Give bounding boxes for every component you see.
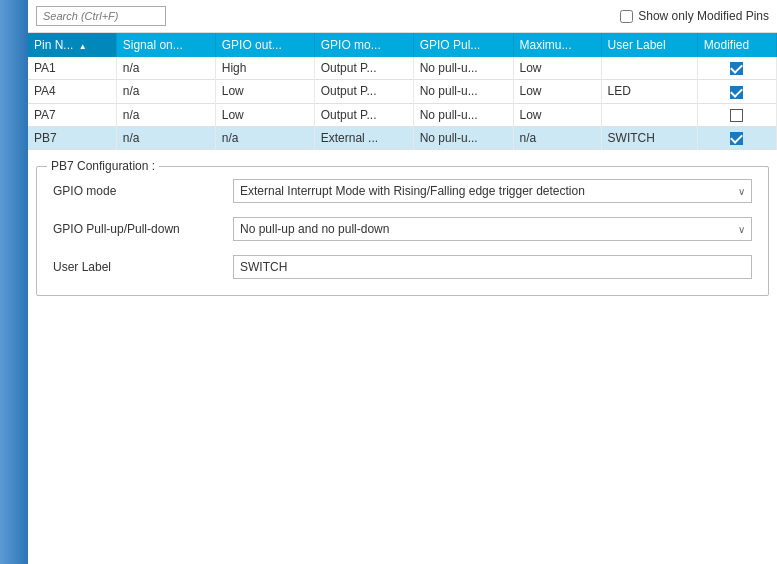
cell-modified-row2[interactable]: [697, 103, 776, 126]
cell-row2-col1: n/a: [116, 103, 215, 126]
cell-modified-row0[interactable]: [697, 57, 776, 80]
dropdown-arrow-icon: ∨: [738, 186, 745, 197]
cell-row0-col2: High: [215, 57, 314, 80]
checked-icon[interactable]: [730, 62, 743, 75]
cell-modified-row3[interactable]: [697, 126, 776, 149]
cell-row2-col5: Low: [513, 103, 601, 126]
cell-row3-col5: n/a: [513, 126, 601, 149]
col-gpio-pull[interactable]: GPIO Pul...: [413, 33, 513, 57]
cell-row3-col0: PB7: [28, 126, 116, 149]
cell-row0-col5: Low: [513, 57, 601, 80]
cell-row1-col1: n/a: [116, 80, 215, 103]
table-wrapper: Pin N... ▲ Signal on... GPIO out... GPIO…: [28, 33, 777, 150]
cell-row2-col2: Low: [215, 103, 314, 126]
config-legend: PB7 Configuration :: [47, 159, 159, 173]
col-maximum[interactable]: Maximu...: [513, 33, 601, 57]
show-modified-label: Show only Modified Pins: [638, 9, 769, 23]
cell-row2-col0: PA7: [28, 103, 116, 126]
table-row[interactable]: PB7n/an/aExternal ...No pull-u...n/aSWIT…: [28, 126, 777, 149]
dropdown-arrow-icon: ∨: [738, 224, 745, 235]
config-label-2: User Label: [53, 260, 233, 274]
col-gpio-output[interactable]: GPIO out...: [215, 33, 314, 57]
cell-row0-col0: PA1: [28, 57, 116, 80]
table-header-row: Pin N... ▲ Signal on... GPIO out... GPIO…: [28, 33, 777, 57]
config-label-0: GPIO mode: [53, 184, 233, 198]
cell-row0-col1: n/a: [116, 57, 215, 80]
search-input[interactable]: [36, 6, 166, 26]
config-row-2: User LabelSWITCH: [53, 255, 752, 279]
config-value-2[interactable]: SWITCH: [233, 255, 752, 279]
config-label-1: GPIO Pull-up/Pull-down: [53, 222, 233, 236]
checked-icon[interactable]: [730, 86, 743, 99]
config-row-1: GPIO Pull-up/Pull-downNo pull-up and no …: [53, 217, 752, 241]
cell-row1-col2: Low: [215, 80, 314, 103]
table-row[interactable]: PA1n/aHighOutput P...No pull-u...Low: [28, 57, 777, 80]
cell-row3-col4: No pull-u...: [413, 126, 513, 149]
cell-row3-col6: SWITCH: [601, 126, 697, 149]
col-pin-name[interactable]: Pin N... ▲: [28, 33, 116, 57]
col-gpio-mode[interactable]: GPIO mo...: [314, 33, 413, 57]
pin-table: Pin N... ▲ Signal on... GPIO out... GPIO…: [28, 33, 777, 150]
cell-row3-col2: n/a: [215, 126, 314, 149]
config-value-text-1: No pull-up and no pull-down: [240, 222, 389, 236]
cell-row1-col0: PA4: [28, 80, 116, 103]
sort-arrow-icon: ▲: [79, 42, 87, 51]
col-modified[interactable]: Modified: [697, 33, 776, 57]
cell-row3-col3: External ...: [314, 126, 413, 149]
col-user-label[interactable]: User Label: [601, 33, 697, 57]
cell-row3-col1: n/a: [116, 126, 215, 149]
config-value-1[interactable]: No pull-up and no pull-down∨: [233, 217, 752, 241]
cell-row0-col6: [601, 57, 697, 80]
unchecked-icon[interactable]: [730, 109, 743, 122]
toolbar: Show only Modified Pins: [28, 0, 777, 33]
cell-row0-col4: No pull-u...: [413, 57, 513, 80]
cell-row2-col3: Output P...: [314, 103, 413, 126]
config-value-0[interactable]: External Interrupt Mode with Rising/Fall…: [233, 179, 752, 203]
cell-row0-col3: Output P...: [314, 57, 413, 80]
cell-row2-col4: No pull-u...: [413, 103, 513, 126]
show-modified-checkbox[interactable]: [620, 10, 633, 23]
col-signal-on[interactable]: Signal on...: [116, 33, 215, 57]
cell-row2-col6: [601, 103, 697, 126]
cell-row1-col5: Low: [513, 80, 601, 103]
cell-row1-col3: Output P...: [314, 80, 413, 103]
config-value-text-0: External Interrupt Mode with Rising/Fall…: [240, 184, 585, 198]
table-row[interactable]: PA7n/aLowOutput P...No pull-u...Low: [28, 103, 777, 126]
config-section: PB7 Configuration : GPIO modeExternal In…: [36, 166, 769, 296]
cell-row1-col4: No pull-u...: [413, 80, 513, 103]
show-modified-container: Show only Modified Pins: [620, 9, 769, 23]
config-row-0: GPIO modeExternal Interrupt Mode with Ri…: [53, 179, 752, 203]
checked-icon[interactable]: [730, 132, 743, 145]
table-row[interactable]: PA4n/aLowOutput P...No pull-u...LowLED: [28, 80, 777, 103]
main-content: Show only Modified Pins Pin N... ▲ Signa…: [28, 0, 777, 564]
cell-row1-col6: LED: [601, 80, 697, 103]
left-sidebar: [0, 0, 28, 564]
cell-modified-row1[interactable]: [697, 80, 776, 103]
